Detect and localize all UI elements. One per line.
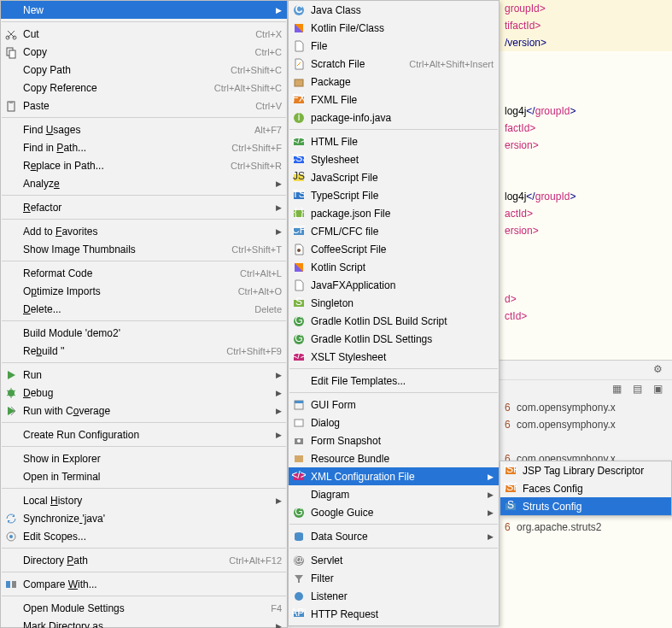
- menu-label: XSLT Stylesheet: [311, 351, 494, 363]
- new-item-edit-file-templates[interactable]: Edit File Templates...: [289, 372, 499, 390]
- new-item-java-class[interactable]: CJava Class: [289, 1, 499, 19]
- xmlconfig-item-faces-config[interactable]: JSFFaces Config: [500, 479, 671, 497]
- new-item-dialog[interactable]: Dialog: [289, 414, 499, 431]
- context-item-paste[interactable]: PasteCtrl+V: [1, 97, 287, 114]
- gradle-icon: G: [292, 314, 306, 328]
- new-item-singleton[interactable]: SSingleton: [289, 294, 499, 312]
- new-item-html-file[interactable]: </>HTML File: [289, 132, 499, 150]
- context-item-build-module-demo2[interactable]: Build Module 'demo2': [1, 324, 287, 342]
- svg-point-54: [295, 592, 303, 601]
- blank-icon: [4, 428, 18, 442]
- context-item-synchronize-java[interactable]: Synchronize 'java': [1, 509, 287, 527]
- new-item-form-snapshot[interactable]: Form Snapshot: [289, 431, 499, 449]
- new-item-resource-bundle[interactable]: Resource Bundle: [289, 449, 499, 467]
- shortcut: Ctrl+Alt+Shift+Insert: [409, 59, 494, 69]
- context-item-cut[interactable]: CutCtrl+X: [1, 25, 287, 43]
- new-item-javafxapplication[interactable]: JavaFXApplication: [289, 276, 499, 294]
- context-item-run[interactable]: Run▶: [1, 366, 287, 384]
- context-item-new[interactable]: New▶: [1, 1, 287, 19]
- context-item-find-usages[interactable]: Find UsagesAlt+F7: [1, 120, 287, 138]
- new-item-fxml-file[interactable]: FXFXML File: [289, 91, 499, 109]
- menu-label: Gradle Kotlin DSL Settings: [311, 333, 494, 345]
- result-row[interactable]: 6 com.opensymphony.x: [500, 416, 672, 433]
- context-item-debug[interactable]: Debug▶: [1, 384, 287, 402]
- kotlin-icon: [292, 21, 306, 35]
- submenu-arrow-icon: ▶: [275, 622, 282, 629]
- context-item-edit-scopes[interactable]: Edit Scopes...: [1, 527, 287, 545]
- new-item-servlet[interactable]: @Servlet: [289, 551, 499, 569]
- context-item-open-module-settings[interactable]: Open Module SettingsF4: [1, 599, 287, 617]
- new-item-stylesheet[interactable]: CSSStylesheet: [289, 150, 499, 168]
- menu-label: Dialog: [311, 417, 494, 429]
- new-item-xml-configuration-file[interactable]: </>XML Configuration File▶: [289, 467, 499, 485]
- context-item-create-run-configuration[interactable]: Create Run Configuration▶: [1, 426, 287, 443]
- new-item-javascript-file[interactable]: JSJavaScript File: [289, 168, 499, 186]
- new-item-package-json-file[interactable]: { }package.json File: [289, 204, 499, 222]
- context-item-delete[interactable]: Delete...Delete: [1, 300, 287, 318]
- table-icon[interactable]: ▦: [612, 383, 626, 396]
- context-item-show-in-explorer[interactable]: Show in Explorer: [1, 449, 287, 467]
- context-item-analyze[interactable]: Analyze▶: [1, 174, 287, 192]
- new-item-scratch-file[interactable]: Scratch FileCtrl+Alt+Shift+Insert: [289, 55, 499, 73]
- context-item-local-history[interactable]: Local History▶: [1, 491, 287, 509]
- context-item-find-in-path[interactable]: Find in Path...Ctrl+Shift+F: [1, 138, 287, 156]
- menu-label: Directory Path: [23, 555, 220, 566]
- xmlconfig-item-struts-config[interactable]: SStruts Config: [500, 497, 671, 515]
- menu-label: Singleton: [311, 297, 494, 309]
- result-row[interactable]: 6 com.opensymphony.x: [500, 399, 672, 416]
- svg-text:S: S: [295, 296, 302, 308]
- menu-label: package.json File: [311, 208, 494, 220]
- context-item-reformat-code[interactable]: Reformat CodeCtrl+Alt+L: [1, 264, 287, 282]
- new-item-filter[interactable]: Filter: [289, 569, 499, 587]
- context-item-replace-in-path[interactable]: Replace in Path...Ctrl+Shift+R: [1, 156, 287, 174]
- context-item-directory-path[interactable]: Directory PathCtrl+Alt+F12: [1, 551, 287, 569]
- context-item-compare-with[interactable]: Compare With...: [1, 575, 287, 593]
- new-submenu: CJava ClassKotlin File/ClassFileScratch …: [288, 0, 500, 626]
- layout-icon[interactable]: ▤: [633, 383, 646, 396]
- new-item-cfml-cfc-file[interactable]: CFCFML/CFC file: [289, 222, 499, 240]
- menu-label: Show in Explorer: [23, 453, 282, 465]
- new-item-gradle-kotlin-dsl-settings[interactable]: GGradle Kotlin DSL Settings: [289, 330, 499, 348]
- context-item-open-in-terminal[interactable]: Open in Terminal: [1, 467, 287, 485]
- new-item-file[interactable]: File: [289, 37, 499, 55]
- context-item-mark-directory-as[interactable]: Mark Directory as▶: [1, 617, 287, 628]
- new-item-plugin-devkit[interactable]: Plugin DevKit▶: [289, 623, 499, 628]
- blank-icon: [292, 488, 306, 502]
- new-item-gui-form[interactable]: GUI Form: [289, 396, 499, 414]
- xmlconfig-item-jsp-tag-library-descriptor[interactable]: JSPJSP Tag Library Descriptor: [500, 461, 671, 479]
- svg-rect-5: [9, 101, 13, 103]
- preview-icon[interactable]: ▣: [653, 383, 667, 396]
- separator: [2, 219, 286, 220]
- blank-icon: [4, 267, 18, 280]
- new-item-xslt-stylesheet[interactable]: </>XSLT Stylesheet: [289, 348, 499, 366]
- result-row[interactable]: [500, 433, 672, 450]
- context-item-run-with-coverage[interactable]: Run with Coverage▶: [1, 402, 287, 420]
- context-item-copy-path[interactable]: Copy PathCtrl+Shift+C: [1, 61, 287, 79]
- new-item-kotlin-file-class[interactable]: Kotlin File/Class: [289, 19, 499, 37]
- result-row[interactable]: 6 org.apache.struts2: [500, 519, 672, 536]
- context-item-optimize-imports[interactable]: Optimize ImportsCtrl+Alt+O: [1, 282, 287, 300]
- submenu-arrow-icon: ▶: [275, 6, 282, 15]
- shortcut: Ctrl+X: [255, 29, 282, 39]
- code-line: [500, 154, 672, 171]
- context-item-copy-reference[interactable]: Copy ReferenceCtrl+Alt+Shift+C: [1, 79, 287, 97]
- new-item-package[interactable]: Package: [289, 73, 499, 91]
- new-item-google-guice[interactable]: GGoogle Guice▶: [289, 503, 499, 521]
- context-item-refactor[interactable]: Refactor▶: [1, 198, 287, 216]
- context-item-copy[interactable]: CopyCtrl+C: [1, 43, 287, 61]
- new-item-diagram[interactable]: Diagram▶: [289, 485, 499, 503]
- gear-icon[interactable]: ⚙: [653, 363, 667, 377]
- new-item-package-info-java[interactable]: ipackage-info.java: [289, 109, 499, 126]
- context-item-add-to-favorites[interactable]: Add to Favorites▶: [1, 222, 287, 240]
- new-item-http-request[interactable]: APIHTTP Request: [289, 605, 499, 623]
- result-text: org.apache.struts2: [517, 521, 601, 533]
- context-item-rebuild-default[interactable]: Rebuild ''Ctrl+Shift+F9: [1, 342, 287, 360]
- new-item-gradle-kotlin-dsl-build-script[interactable]: GGradle Kotlin DSL Build Script: [289, 312, 499, 330]
- new-item-kotlin-script[interactable]: Kotlin Script: [289, 258, 499, 276]
- context-item-show-image-thumbnails[interactable]: Show Image ThumbnailsCtrl+Shift+T: [1, 240, 287, 258]
- new-item-data-source[interactable]: Data Source▶: [289, 527, 499, 545]
- new-item-coffeescript-file[interactable]: CoffeeScript File: [289, 240, 499, 258]
- menu-label: CoffeeScript File: [311, 244, 494, 255]
- new-item-listener[interactable]: Listener: [289, 587, 499, 605]
- new-item-typescript-file[interactable]: TSTypeScript File: [289, 186, 499, 204]
